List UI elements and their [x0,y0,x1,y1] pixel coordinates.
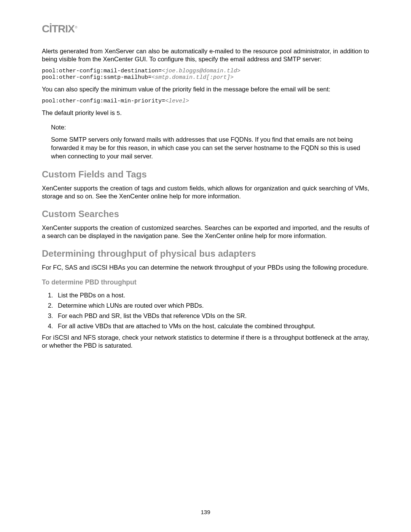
replaceable-text: <joe.bloggs@domain.tld> [162,68,241,74]
paragraph-priority: You can also specify the minimum value o… [42,85,369,93]
citrix-logo: CİTRIX® [42,23,369,35]
paragraph-throughput: For FC, SAS and iSCSI HBAs you can deter… [42,264,369,272]
logo-text: CİTRIX [42,23,75,35]
page-number: 139 [0,509,411,515]
note-block: Note: Some SMTP servers only forward mai… [51,123,369,161]
code-text: pool:other-config:mail-destination= [42,68,162,74]
paragraph-closing: For iSCSI and NFS storage, check your ne… [42,334,369,350]
list-item: List the PBDs on a host. [55,292,369,299]
list-item: Determine which LUNs are routed over whi… [55,302,369,309]
literal-text: 5 [116,110,120,117]
heading-custom-fields: Custom Fields and Tags [42,169,369,180]
paragraph-custom-fields: XenCenter supports the creation of tags … [42,184,369,200]
list-item: For all active VBDs that are attached to… [55,323,369,330]
text: . [120,109,122,116]
heading-custom-searches: Custom Searches [42,209,369,219]
note-label: Note: [51,123,369,131]
code-text: pool:other-config:ssmtp-mailhub= [42,74,151,81]
code-block-priority: pool:other-config:mail-min-priority=<lev… [42,98,369,104]
replaceable-text: <smtp.domain.tld[:port]> [151,74,234,81]
text: The default priority level is [42,109,116,116]
code-text: pool:other-config:mail-min-priority= [42,98,165,104]
replaceable-text: <level> [165,98,189,104]
paragraph-default-priority: The default priority level is 5. [42,109,369,117]
intro-paragraph: Alerts generated from XenServer can also… [42,47,369,63]
procedure-steps-list: List the PBDs on a host. Determine which… [42,292,369,330]
list-item: For each PBD and SR, list the VBDs that … [55,312,369,320]
paragraph-custom-searches: XenCenter supports the creation of custo… [42,224,369,240]
code-block-mail-config: pool:other-config:mail-destination=<joe.… [42,68,369,81]
note-body: Some SMTP servers only forward mails wit… [51,135,369,161]
heading-throughput: Determining throughput of physical bus a… [42,248,369,259]
heading-procedure: To determine PBD throughput [42,278,369,286]
registered-mark: ® [75,26,77,29]
